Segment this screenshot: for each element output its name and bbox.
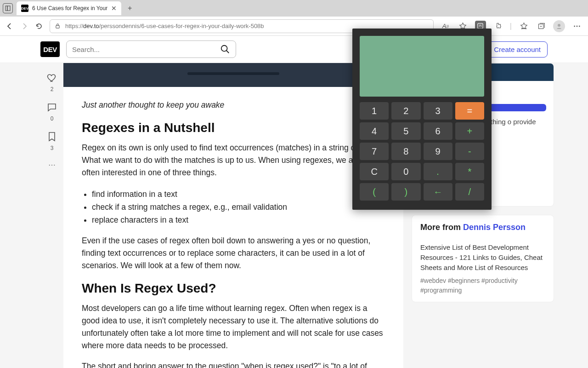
calc-key-=[interactable]: = — [455, 102, 484, 120]
calc-key-←[interactable]: ← — [424, 183, 452, 201]
lock-icon — [55, 23, 61, 29]
calc-key-2[interactable]: 2 — [391, 102, 420, 120]
paragraph: Even if the use cases of regex often boi… — [82, 235, 385, 272]
calc-key-3[interactable]: 3 — [424, 102, 452, 120]
tagline: Just another thought to keep you awake — [82, 99, 385, 111]
dev-logo[interactable]: DEV — [40, 41, 60, 57]
site-header: DEV Create account — [0, 36, 588, 63]
favorites-icon[interactable] — [518, 21, 529, 32]
svg-rect-2 — [56, 26, 59, 29]
calc-key-0[interactable]: 0 — [391, 163, 420, 180]
refresh-button[interactable] — [35, 22, 43, 30]
tab-overview-button[interactable] — [3, 3, 13, 13]
calc-key-)[interactable]: ) — [391, 183, 420, 201]
paragraph: Most developers can go a life time witho… — [82, 302, 385, 352]
calc-key-*[interactable]: * — [455, 163, 484, 180]
svg-line-13 — [226, 51, 229, 53]
more-menu-icon[interactable]: ⋯ — [571, 21, 582, 32]
comment-icon — [46, 102, 57, 113]
forward-button — [20, 22, 28, 30]
reactions-rail: 2 0 3 ⋯ — [40, 63, 63, 368]
tab-favicon: DEV — [21, 5, 28, 12]
profile-avatar[interactable] — [553, 20, 565, 32]
comment-button[interactable]: 0 — [46, 102, 57, 122]
calc-key-([interactable]: ( — [360, 183, 389, 201]
svg-rect-3 — [478, 23, 483, 29]
browser-tab[interactable]: DEV 6 Use Cases for Regex in Your ✕ — [17, 1, 121, 15]
svg-rect-0 — [6, 6, 7, 11]
related-tags: #webdev #beginners #productivity #progra… — [412, 274, 554, 302]
paragraph: Regex on its own is only used to find te… — [82, 142, 385, 179]
heading-regexes-nutshell: Regexes in a Nutshell — [82, 121, 385, 135]
address-bar: https://dev.to/perssondennis/6-use-cases… — [0, 17, 588, 36]
calc-key-1[interactable]: 1 — [360, 102, 389, 120]
calculator-popup: 123=456+789-C0.*()←/ — [352, 29, 492, 210]
paragraph: The short and boring answer to the quest… — [82, 360, 385, 368]
url-text: https://dev.to/perssondennis/6-use-cases… — [65, 23, 264, 29]
calc-key--[interactable]: - — [455, 143, 484, 160]
search-box[interactable] — [66, 40, 236, 58]
more-from-title: More from Dennis Persson — [420, 223, 526, 232]
search-icon[interactable] — [220, 44, 230, 54]
tab-close-icon[interactable]: ✕ — [111, 5, 117, 12]
author-link[interactable]: Dennis Persson — [463, 223, 526, 232]
calc-key-+[interactable]: + — [455, 122, 484, 140]
calc-key-5[interactable]: 5 — [391, 122, 420, 140]
list-item: find information in a text — [92, 188, 385, 201]
bullet-list: find information in a text check if a st… — [92, 188, 385, 226]
calc-key-.[interactable]: . — [424, 163, 452, 180]
calculator-display — [360, 36, 484, 97]
heading-when-regex-used: When Is Regex Used? — [82, 281, 385, 296]
calc-key-4[interactable]: 4 — [360, 122, 389, 140]
page: DEV Create account 2 0 — [0, 36, 588, 368]
bookmark-button[interactable]: 3 — [46, 131, 57, 151]
calc-key-8[interactable]: 8 — [391, 143, 420, 160]
calc-key-6[interactable]: 6 — [424, 122, 452, 140]
svg-point-11 — [558, 24, 560, 27]
more-reactions-button[interactable]: ⋯ — [48, 161, 56, 169]
browser-chrome: DEV 6 Use Cases for Regex in Your ✕ + ht… — [0, 0, 588, 36]
tab-title: 6 Use Cases for Regex in Your — [32, 5, 107, 12]
calc-key-9[interactable]: 9 — [424, 143, 452, 160]
extensions-icon[interactable] — [492, 21, 503, 32]
calc-key-/[interactable]: / — [455, 183, 484, 201]
calc-key-7[interactable]: 7 — [360, 143, 389, 160]
svg-rect-1 — [7, 6, 10, 11]
search-input[interactable] — [72, 46, 220, 53]
new-tab-button[interactable]: + — [125, 4, 135, 12]
tab-bar: DEV 6 Use Cases for Regex in Your ✕ + — [0, 0, 588, 17]
list-item: replace characters in a text — [92, 213, 385, 226]
back-button[interactable] — [6, 22, 14, 30]
create-account-button[interactable]: Create account — [487, 41, 548, 58]
calculator-keypad: 123=456+789-C0.*()←/ — [360, 102, 484, 201]
collections-icon[interactable] — [536, 21, 547, 32]
heart-icon — [46, 72, 57, 83]
list-item: check if a string matches a regex, e.g.,… — [92, 201, 385, 213]
like-button[interactable]: 2 — [46, 72, 57, 92]
more-from-card: More from Dennis Persson Extensive List … — [412, 215, 554, 302]
bookmark-icon — [46, 131, 57, 142]
svg-point-12 — [221, 46, 227, 52]
calc-key-C[interactable]: C — [360, 163, 389, 180]
content-wrap: 2 0 3 ⋯ Just another thought to keep you… — [0, 63, 588, 368]
related-article-link[interactable]: Extensive List of Best Development Resou… — [412, 236, 554, 274]
